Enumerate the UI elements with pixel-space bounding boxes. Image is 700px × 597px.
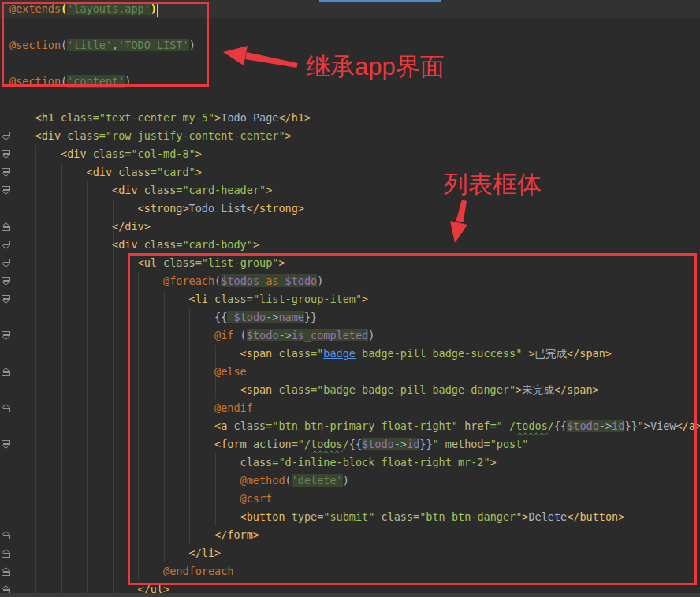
code-line[interactable]: </div> (9, 218, 700, 236)
code-line[interactable]: <div class="col-md-8"> (9, 145, 700, 163)
code-line[interactable]: <div class="row justify-content-center"> (9, 127, 700, 145)
code-line[interactable]: <div class="card"> (9, 163, 700, 181)
annotation-box-extends (2, 2, 209, 87)
code-line[interactable]: <div class="card-body"> (9, 236, 700, 254)
code-line[interactable]: <h1 class="text-center my-5">Todo Page</… (9, 109, 700, 127)
annotation-label-list: 列表框体 (444, 168, 542, 201)
annotation-box-list-group (128, 253, 697, 585)
ide-editor: @extends('layouts.app')@section('title',… (0, 0, 700, 597)
bottom-edge-strip (0, 593, 700, 597)
code-line[interactable]: <div class="card-header"> (9, 181, 700, 200)
annotation-label-inherit: 继承app界面 (306, 50, 445, 84)
code-line[interactable]: <strong>Todo List</strong> (9, 200, 700, 218)
code-line[interactable] (9, 91, 700, 109)
